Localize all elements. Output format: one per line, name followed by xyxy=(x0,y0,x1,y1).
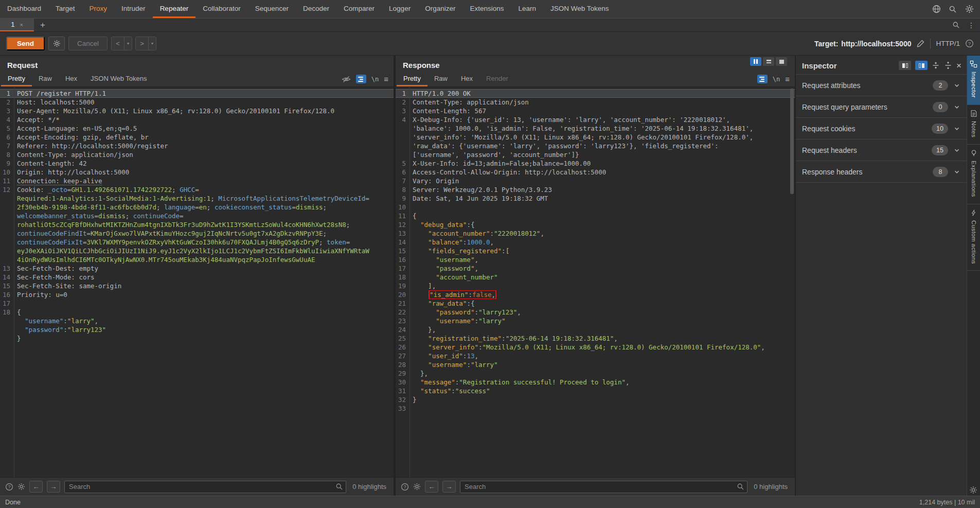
editor-line[interactable]: 18{ xyxy=(0,308,394,317)
editor-line[interactable]: continueCodeFixIt=3VKl7WXMY9penvkOZRxyVh… xyxy=(0,238,394,247)
editor-line[interactable]: 20 "is_admin":false, xyxy=(396,290,795,299)
editor-line[interactable]: 8Server: Werkzeug/2.0.1 Python/3.9.23 xyxy=(396,185,795,194)
editor-line[interactable]: 1HTTP/1.0 200 OK xyxy=(396,89,795,98)
editor-line[interactable]: 11{ xyxy=(396,212,795,220)
add-tab-button[interactable]: + xyxy=(34,19,51,31)
send-button[interactable]: Send xyxy=(6,37,45,50)
response-editor[interactable]: 1HTTP/1.0 200 OK2Content-Type: applicati… xyxy=(396,87,795,477)
editor-line[interactable]: 2f30eb4b-9198-4bdd-8f11-ac6fbc6b0d7d; la… xyxy=(0,203,394,212)
editor-line[interactable]: Required:1-Analytics:1-SocialMedia:1-Adv… xyxy=(0,194,394,203)
chevron-down-icon[interactable] xyxy=(953,168,960,176)
editor-line[interactable]: 9Date: Sat, 14 Jun 2025 19:18:32 GMT xyxy=(396,194,795,203)
editor-line[interactable]: 13 "account_number":"2220018012", xyxy=(396,229,795,238)
editor-line[interactable]: 2Host: localhost:5000 xyxy=(0,98,394,107)
editor-line[interactable]: 17 xyxy=(0,299,394,308)
send-settings-button[interactable] xyxy=(48,37,65,50)
editor-line[interactable]: "password":"larry123" xyxy=(0,325,394,334)
editor-line[interactable]: 26 "server_info":"Mozilla/5.0 (X11; Linu… xyxy=(396,343,795,352)
search-prev-button[interactable]: ← xyxy=(29,481,43,493)
search-settings-icon[interactable] xyxy=(413,483,421,491)
close-icon[interactable]: × xyxy=(20,22,23,28)
editor-line[interactable]: 'raw_data': {'username': 'larry', 'passw… xyxy=(396,142,795,150)
inspector-layout-left-icon[interactable] xyxy=(899,61,911,70)
request-editor[interactable]: 1POST /register HTTP/1.12Host: localhost… xyxy=(0,87,394,477)
editor-line[interactable]: 'balance': 1000.0, 'is_admin': False, 'r… xyxy=(396,124,795,133)
settings-gear-icon[interactable] xyxy=(969,486,977,494)
request-tab-hex[interactable]: Hex xyxy=(59,72,84,86)
editor-line[interactable]: 1POST /register HTTP/1.1 xyxy=(0,89,394,98)
search-icon[interactable] xyxy=(948,5,957,14)
prettify-icon[interactable] xyxy=(757,75,768,83)
menu-item-organizer[interactable]: Organizer xyxy=(418,0,462,18)
chevron-down-icon[interactable] xyxy=(953,125,960,132)
editor-line[interactable]: 28 "username":"larry" xyxy=(396,360,795,369)
chevron-down-icon[interactable] xyxy=(953,147,960,154)
editor-line[interactable]: continueCodeFindIt=KMarOjGxwo7lVAPxtKimu… xyxy=(0,229,394,238)
menu-item-extensions[interactable]: Extensions xyxy=(462,0,511,18)
newline-toggle-icon[interactable]: \n xyxy=(371,76,379,83)
hide-nonprinting-icon[interactable] xyxy=(342,76,351,83)
editor-line[interactable]: 15 "fields_registered":[ xyxy=(396,247,795,255)
editor-menu-icon[interactable]: ≡ xyxy=(384,75,388,83)
history-back-button[interactable]: < ▾ xyxy=(111,37,132,50)
editor-line[interactable]: 3User-Agent: Mozilla/5.0 (X11; Linux x86… xyxy=(0,107,394,115)
search-help-icon[interactable]: ? xyxy=(5,483,13,491)
inspector-row-request-attributes[interactable]: Request attributes2 xyxy=(796,75,967,96)
layout-single-icon[interactable] xyxy=(776,57,787,66)
back-arrow[interactable]: < xyxy=(112,37,124,50)
menu-item-comparer[interactable]: Comparer xyxy=(336,0,382,18)
layout-rows-icon[interactable] xyxy=(763,57,774,66)
side-tab-explanations[interactable]: Explanations xyxy=(967,145,980,204)
search-input[interactable] xyxy=(460,481,747,493)
side-tab-custom-actions[interactable]: Custom actions xyxy=(967,204,980,271)
menu-item-collaborator[interactable]: Collaborator xyxy=(195,0,248,18)
editor-line[interactable]: "username":"larry", xyxy=(0,317,394,325)
newline-toggle-icon[interactable]: \n xyxy=(773,76,780,83)
inspector-row-request-cookies[interactable]: Request cookies10 xyxy=(796,118,967,139)
search-settings-icon[interactable] xyxy=(17,483,25,491)
editor-line[interactable]: 33 xyxy=(396,404,795,413)
editor-line[interactable]: 30 "message":"Registration successful! P… xyxy=(396,378,795,387)
search-prev-button[interactable]: ← xyxy=(425,481,438,493)
editor-line[interactable]: 12 "debug_data":{ xyxy=(396,220,795,229)
editor-menu-icon[interactable]: ≡ xyxy=(785,75,790,83)
search-help-icon[interactable]: ? xyxy=(401,483,409,491)
editor-line[interactable]: 17 "password", xyxy=(396,264,795,273)
editor-line[interactable]: 32} xyxy=(396,395,795,404)
search-next-button[interactable]: → xyxy=(47,481,60,493)
side-tab-inspector[interactable]: Inspector xyxy=(967,56,980,105)
collapse-all-icon[interactable] xyxy=(944,61,952,69)
editor-line[interactable]: 6Access-Control-Allow-Origin: http://loc… xyxy=(396,168,795,177)
forward-arrow[interactable]: > xyxy=(136,37,148,50)
editor-line[interactable]: 13Sec-Fetch-Dest: empty xyxy=(0,264,394,273)
request-tab-json-web-tokens[interactable]: JSON Web Tokens xyxy=(84,72,153,86)
close-icon[interactable]: × xyxy=(956,61,961,70)
inspector-row-response-headers[interactable]: Response headers8 xyxy=(796,161,967,183)
history-forward-button[interactable]: > ▾ xyxy=(135,37,156,50)
menu-item-learn[interactable]: Learn xyxy=(511,0,543,18)
editor-line[interactable]: 16 "username", xyxy=(396,255,795,264)
inspector-layout-right-icon[interactable] xyxy=(915,61,928,70)
editor-line[interactable]: 4Accept: */* xyxy=(0,115,394,124)
editor-line[interactable]: 3Content-Length: 567 xyxy=(396,107,795,115)
repeater-tab-1[interactable]: 1 × xyxy=(0,19,34,31)
editor-line[interactable]: 19 ], xyxy=(396,282,795,290)
editor-line[interactable]: 11Connection: keep-alive xyxy=(0,177,394,185)
expand-all-icon[interactable] xyxy=(932,61,940,69)
side-tab-notes[interactable]: Notes xyxy=(967,105,980,145)
response-tab-render[interactable]: Render xyxy=(479,72,515,86)
editor-line[interactable]: 14Sec-Fetch-Mode: cors xyxy=(0,273,394,282)
editor-line[interactable]: 10Origin: http://localhost:5000 xyxy=(0,168,394,177)
menu-item-json-web-tokens[interactable]: JSON Web Tokens xyxy=(543,0,616,18)
globe-icon[interactable] xyxy=(932,5,941,14)
menu-item-decoder[interactable]: Decoder xyxy=(296,0,336,18)
editor-line[interactable]: rohatliOt5cZCqFBfDHxhwtMIKTZHnZum4tgnIXb… xyxy=(0,220,394,229)
editor-line[interactable]: ['username', 'password', 'account_number… xyxy=(396,150,795,159)
editor-line[interactable]: 14 "balance":1000.0, xyxy=(396,238,795,247)
editor-line[interactable]: 21 "raw_data":{ xyxy=(396,299,795,308)
inspector-row-request-headers[interactable]: Request headers15 xyxy=(796,139,967,161)
editor-line[interactable]: 7Vary: Origin xyxy=(396,177,795,185)
editor-line[interactable]: 12Cookie: _octo=GH1.1.492661071.17422927… xyxy=(0,185,394,194)
chevron-down-icon[interactable] xyxy=(953,103,960,111)
editor-line[interactable]: 7Referer: http://localhost:5000/register xyxy=(0,142,394,150)
